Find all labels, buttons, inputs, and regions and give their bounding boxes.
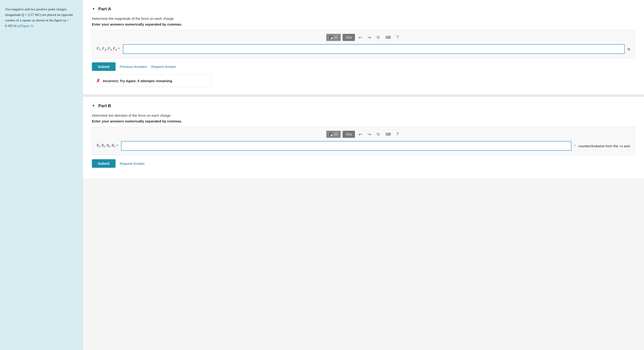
part-a-undo-btn[interactable]: ↩ <box>357 34 364 41</box>
part-b-title: Part B <box>98 103 111 108</box>
part-b-unit-prefix: ° <box>574 144 576 148</box>
part-b-keyboard-btn[interactable]: ⌨ <box>384 131 393 137</box>
part-a-input-label: F1, F2, F3, F4 = <box>97 47 120 52</box>
section-separator <box>83 95 644 97</box>
part-a-redo-btn[interactable]: ↪ <box>366 34 373 41</box>
part-b-greek-btn-label: ΑΣφ <box>346 132 352 136</box>
a-variable: a <box>64 19 66 22</box>
part-a-help-btn[interactable]: ? <box>394 34 400 41</box>
part-b-unit-suffix: counterclockwise from the +x axis <box>578 144 630 148</box>
part-b-input-row: θ1, θ2, θ3, θ4 = ° counterclockwise from… <box>97 141 630 151</box>
right-panel: ▼ Part A Determine the magnitude of the … <box>83 0 644 350</box>
part-a-answer-box: √n ΑΣφ ↩ ↪ ↻ ⌨ ? F1, F2, F3, F4 = N <box>92 30 635 58</box>
a-unit: m <box>14 24 17 28</box>
part-b-input-label: θ1, θ2, θ3, θ4 = <box>97 143 118 148</box>
part-a-greek-btn[interactable]: ΑΣφ <box>342 34 355 41</box>
part-b-refresh-btn[interactable]: ↻ <box>375 131 382 138</box>
part-a-header: ▼ Part A <box>92 7 635 12</box>
part-a-greek-btn-label: ΑΣφ <box>346 36 352 39</box>
part-b-help-btn[interactable]: ? <box>394 131 400 138</box>
charge-value: mC <box>35 13 40 17</box>
part-b-input[interactable] <box>121 141 572 151</box>
part-b-toggle[interactable]: ▼ <box>92 104 95 108</box>
part-b-answer-box: √n ΑΣφ ↩ ↪ ↻ ⌨ ? θ1, θ2, θ3, θ4 = ° coun… <box>92 127 635 155</box>
part-a-refresh-btn[interactable]: ↻ <box>375 34 382 41</box>
part-a-request-answer-link[interactable]: Request Answer <box>151 65 176 69</box>
part-a-input[interactable] <box>123 44 625 54</box>
part-b-redo-btn[interactable]: ↪ <box>366 131 373 138</box>
part-a-math-btn-label: √n <box>334 36 338 39</box>
part-a-section: ▼ Part A Determine the magnitude of the … <box>83 0 644 95</box>
part-b-header: ▼ Part B <box>92 103 635 108</box>
part-b-undo-btn[interactable]: ↩ <box>357 131 364 138</box>
part-b-description: Determine the direction of the force on … <box>92 113 635 117</box>
q-variable: Q <box>22 13 24 17</box>
part-b-greek-btn[interactable]: ΑΣφ <box>342 131 355 138</box>
part-a-math-btn[interactable]: √n <box>326 34 341 41</box>
part-a-error-box: ✗ Incorrect; Try Again; 5 attempts remai… <box>92 75 211 87</box>
part-a-unit: N <box>628 47 630 51</box>
part-b-action-row: Submit Request Answer <box>92 159 635 168</box>
part-b-request-answer-link[interactable]: Request Answer <box>120 161 145 165</box>
part-a-instruction: Enter your answers numerically separated… <box>92 22 635 26</box>
part-b-submit-btn[interactable]: Submit <box>92 159 116 168</box>
problem-panel: Two negative and two positive point char… <box>0 0 83 350</box>
part-b-math-btn[interactable]: √n <box>326 131 341 138</box>
part-a-description: Determine the magnitude of the force on … <box>92 17 635 21</box>
error-message: Incorrect; Try Again; 5 attempts remaini… <box>103 79 172 83</box>
part-a-toolbar: √n ΑΣφ ↩ ↪ ↻ ⌨ ? <box>97 34 630 41</box>
part-a-previous-answers-link[interactable]: Previous Answers <box>120 65 147 69</box>
part-a-input-row: F1, F2, F3, F4 = N <box>97 44 630 54</box>
part-a-keyboard-btn[interactable]: ⌨ <box>384 34 393 41</box>
part-a-toggle[interactable]: ▼ <box>92 7 95 11</box>
part-a-action-row: Submit Previous Answers Request Answer <box>92 62 635 71</box>
part-b-toolbar: √n ΑΣφ ↩ ↪ ↻ ⌨ ? <box>97 131 630 138</box>
part-a-title: Part A <box>98 7 111 12</box>
part-b-section: ▼ Part B Determine the direction of the … <box>83 97 644 179</box>
figure-link[interactable]: (Figure 1) <box>20 24 33 28</box>
part-b-instruction: Enter your answers numerically separated… <box>92 119 635 123</box>
part-b-math-btn-label: √n <box>334 132 338 136</box>
error-icon: ✗ <box>96 78 100 84</box>
problem-text: Two negative and two positive point char… <box>5 7 78 29</box>
part-a-submit-btn[interactable]: Submit <box>92 62 116 71</box>
